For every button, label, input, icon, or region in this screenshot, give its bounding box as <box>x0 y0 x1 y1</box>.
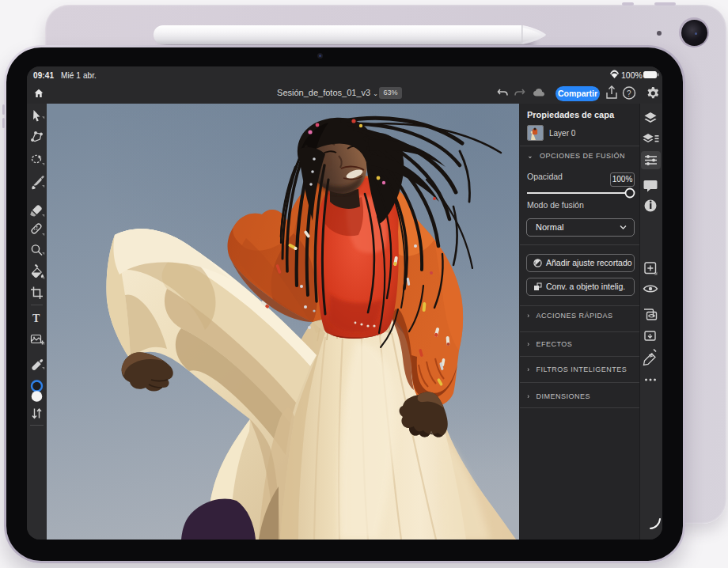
svg-text:100%: 100% <box>621 70 643 80</box>
svg-text:T: T <box>32 312 40 324</box>
svg-text:?: ? <box>627 89 631 98</box>
